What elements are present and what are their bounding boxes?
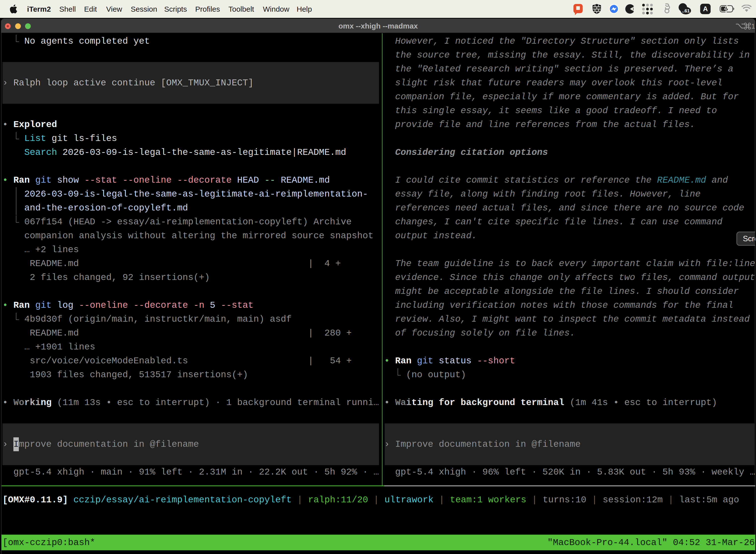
svg-text:..61: ..61 [682, 8, 690, 13]
svg-text:1: 1 [751, 22, 755, 30]
